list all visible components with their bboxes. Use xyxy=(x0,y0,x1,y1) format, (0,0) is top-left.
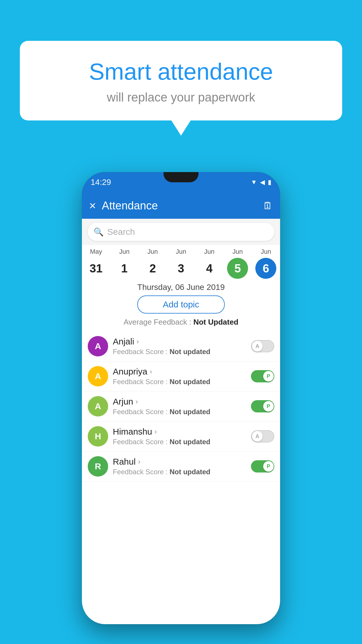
student-info-1: Anupriya ›Feedback Score : Not updated xyxy=(113,367,246,386)
calendar-day-2[interactable]: Jun2 xyxy=(140,248,166,279)
cal-month-0: May xyxy=(90,248,102,256)
cal-date-2: 2 xyxy=(142,258,163,279)
status-icons: ▼ ◀ ▮ xyxy=(251,178,271,186)
cal-month-3: Jun xyxy=(176,248,186,256)
chevron-icon: › xyxy=(138,458,140,466)
calendar-day-1[interactable]: Jun1 xyxy=(111,248,138,279)
cal-date-3: 3 xyxy=(171,258,191,279)
attendance-toggle-2[interactable]: P xyxy=(251,400,274,412)
student-feedback-3: Feedback Score : Not updated xyxy=(113,438,246,446)
student-list: AAnjali ›Feedback Score : Not updatedAAA… xyxy=(82,331,280,482)
signal-icon: ◀ xyxy=(260,178,265,186)
student-name-0: Anjali › xyxy=(113,337,246,346)
toggle-knob-4: P xyxy=(263,461,274,472)
cal-date-1: 1 xyxy=(114,258,135,279)
attendance-toggle-4[interactable]: P xyxy=(251,460,274,473)
student-feedback-0: Feedback Score : Not updated xyxy=(113,348,246,356)
avg-feedback: Average Feedback : Not Updated xyxy=(82,318,280,327)
add-topic-button[interactable]: Add topic xyxy=(137,295,225,314)
student-item-3[interactable]: HHimanshu ›Feedback Score : Not updatedA xyxy=(82,421,280,452)
search-bar-container: 🔍 Search xyxy=(82,219,280,245)
student-item-4[interactable]: RRahul ›Feedback Score : Not updatedP xyxy=(82,452,280,482)
bubble-subtitle: will replace your paperwork xyxy=(34,90,328,104)
attendance-toggle-1[interactable]: P xyxy=(251,370,274,382)
chevron-icon: › xyxy=(150,368,152,376)
bubble-title: Smart attendance xyxy=(34,58,328,85)
student-avatar-4: R xyxy=(88,456,108,477)
student-item-2[interactable]: AArjun ›Feedback Score : Not updatedP xyxy=(82,391,280,421)
toggle-knob-0: A xyxy=(252,341,263,351)
calendar-day-3[interactable]: Jun3 xyxy=(168,248,194,279)
selected-date-label: Thursday, 06 June 2019 xyxy=(82,280,280,295)
cal-month-4: Jun xyxy=(204,248,214,256)
student-name-3: Himanshu › xyxy=(113,427,246,437)
student-item-1[interactable]: AAnupriya ›Feedback Score : Not updatedP xyxy=(82,361,280,391)
student-item-0[interactable]: AAnjali ›Feedback Score : Not updatedA xyxy=(82,331,280,361)
attendance-toggle-0[interactable]: A xyxy=(251,340,274,352)
student-feedback-2: Feedback Score : Not updated xyxy=(113,408,246,416)
student-feedback-1: Feedback Score : Not updated xyxy=(113,378,246,386)
student-avatar-1: A xyxy=(88,366,108,386)
speech-bubble: Smart attendance will replace your paper… xyxy=(20,41,342,120)
phone-screen: 🔍 Search May31Jun1Jun2Jun3Jun4Jun5Jun6 T… xyxy=(82,219,280,624)
app-bar: × Attendance 🗓 xyxy=(82,192,280,219)
chevron-icon: › xyxy=(136,398,138,406)
student-avatar-0: A xyxy=(88,336,108,356)
calendar-day-0[interactable]: May31 xyxy=(83,248,109,279)
search-input-wrapper[interactable]: 🔍 Search xyxy=(88,223,274,241)
app-bar-title: Attendance xyxy=(102,200,257,212)
chevron-icon: › xyxy=(154,428,157,436)
status-time: 14:29 xyxy=(91,178,111,187)
student-feedback-4: Feedback Score : Not updated xyxy=(113,468,246,476)
student-info-3: Himanshu ›Feedback Score : Not updated xyxy=(113,427,246,446)
battery-icon: ▮ xyxy=(268,178,271,186)
search-placeholder: Search xyxy=(107,227,135,237)
calendar-strip: May31Jun1Jun2Jun3Jun4Jun5Jun6 xyxy=(82,245,280,280)
cal-date-6: 6 xyxy=(255,258,276,279)
chevron-icon: › xyxy=(136,337,139,346)
cal-date-0: 31 xyxy=(86,258,107,279)
cal-month-1: Jun xyxy=(119,248,129,256)
cal-date-4: 4 xyxy=(199,258,220,279)
cal-date-5: 5 xyxy=(227,258,248,279)
calendar-icon[interactable]: 🗓 xyxy=(263,200,273,211)
student-avatar-3: H xyxy=(88,426,108,447)
calendar-day-5[interactable]: Jun5 xyxy=(224,248,251,279)
avg-feedback-value: Not Updated xyxy=(193,318,238,326)
avg-feedback-label: Average Feedback : xyxy=(124,318,191,326)
cal-month-2: Jun xyxy=(147,248,158,256)
attendance-toggle-3[interactable]: A xyxy=(251,430,274,442)
student-avatar-2: A xyxy=(88,396,108,416)
calendar-day-4[interactable]: Jun4 xyxy=(196,248,222,279)
cal-month-5: Jun xyxy=(233,248,243,256)
wifi-icon: ▼ xyxy=(251,178,257,186)
student-info-0: Anjali ›Feedback Score : Not updated xyxy=(113,337,246,356)
search-icon: 🔍 xyxy=(94,227,104,237)
student-name-2: Arjun › xyxy=(113,397,246,407)
cal-month-6: Jun xyxy=(261,248,271,256)
student-info-4: Rahul ›Feedback Score : Not updated xyxy=(113,457,246,476)
toggle-knob-2: P xyxy=(263,401,274,412)
toggle-knob-3: A xyxy=(252,431,263,442)
calendar-day-6[interactable]: Jun6 xyxy=(253,248,279,279)
toggle-knob-1: P xyxy=(263,371,274,382)
phone-frame: 14:29 ▼ ◀ ▮ × Attendance 🗓 🔍 Search May3… xyxy=(82,172,280,624)
phone-notch xyxy=(164,172,198,182)
close-button[interactable]: × xyxy=(89,199,96,212)
student-name-4: Rahul › xyxy=(113,457,246,467)
student-info-2: Arjun ›Feedback Score : Not updated xyxy=(113,397,246,416)
student-name-1: Anupriya › xyxy=(113,367,246,377)
